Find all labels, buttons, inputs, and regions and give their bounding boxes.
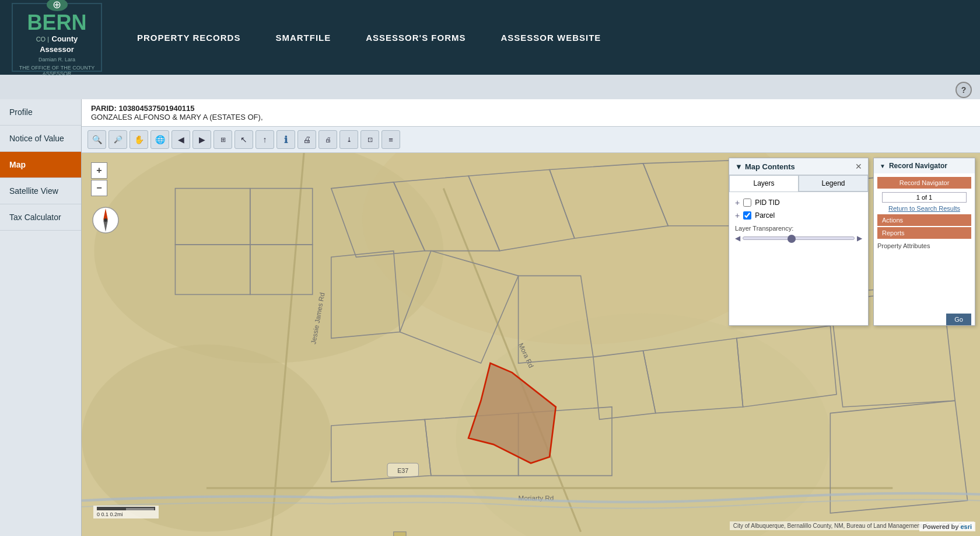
go-button[interactable]: Go bbox=[946, 314, 971, 325]
map-contents-close[interactable]: ✕ bbox=[855, 162, 862, 171]
parcel-toggle[interactable]: + bbox=[735, 211, 740, 220]
nav-assessors-forms[interactable]: ASSESSOR'S FORMS bbox=[366, 33, 466, 43]
nav-smartfile[interactable]: SMARTFILE bbox=[275, 33, 331, 43]
sidebar-item-profile[interactable]: Profile bbox=[0, 99, 81, 126]
transparency-slider-track[interactable] bbox=[743, 236, 855, 240]
parid-header: PARID: 103804537501940115 GONZALES ALFON… bbox=[82, 99, 980, 127]
tab-legend[interactable]: Legend bbox=[799, 175, 868, 192]
pid-tid-toggle[interactable]: + bbox=[735, 198, 740, 207]
nav-assessor-website[interactable]: ASSESSOR WEBSITE bbox=[501, 33, 601, 43]
map-contents-title: Map Contents bbox=[745, 162, 795, 171]
compass bbox=[91, 206, 120, 235]
esri-logo: Powered by esri bbox=[919, 522, 975, 531]
main-content: Profile Notice of Value Map Satellite Vi… bbox=[0, 99, 980, 536]
layer-tabs: Layers Legend bbox=[729, 175, 868, 192]
parid-number: PARID: 103804537501940115 bbox=[91, 104, 971, 113]
transparency-label: Layer Transparency: bbox=[735, 225, 793, 232]
tab-layers[interactable]: Layers bbox=[729, 175, 799, 192]
map-panels: ▼ Map Contents ✕ Layers Legend + bbox=[729, 158, 975, 326]
transparency-row: Layer Transparency: bbox=[735, 225, 862, 232]
layer-row-parcel: + Parcel bbox=[735, 211, 862, 220]
transparency-slider-row: ◀ ▶ bbox=[735, 234, 862, 242]
svg-point-41 bbox=[104, 218, 107, 222]
logo-co-text: CO | bbox=[36, 36, 49, 43]
svg-text:E37: E37 bbox=[397, 467, 408, 474]
tool-extent[interactable]: ⊞ bbox=[214, 130, 232, 149]
zoom-controls: + − bbox=[91, 162, 107, 196]
record-nav-body: Record Navigator Return to Search Result… bbox=[874, 173, 975, 282]
layer-row-pid-tid: + PID TID bbox=[735, 198, 862, 207]
logo-circle: ⊕ bbox=[47, 0, 68, 11]
record-navigator-button[interactable]: Record Navigator bbox=[877, 177, 971, 189]
sidebar-item-notice-of-value[interactable]: Notice of Value bbox=[0, 126, 81, 152]
tool-window[interactable]: ⊡ bbox=[360, 130, 379, 149]
tool-print1[interactable]: 🖨 bbox=[298, 130, 316, 149]
svg-point-3 bbox=[82, 344, 331, 532]
sub-header bbox=[0, 75, 980, 99]
transparency-slider-thumb[interactable] bbox=[788, 235, 796, 243]
header: ⊕ BERN CO | County Assessor Damian R. La… bbox=[0, 0, 980, 75]
parid-owner: GONZALES ALFONSO & MARY A (ESTATES OF), bbox=[91, 113, 971, 121]
logo-title: THE OFFICE OF THE COUNTY ASSESSOR bbox=[13, 65, 101, 76]
tool-forward[interactable]: ▶ bbox=[192, 130, 211, 149]
map-contents-header: ▼ Map Contents ✕ bbox=[729, 158, 868, 175]
sidebar: Profile Notice of Value Map Satellite Vi… bbox=[0, 99, 82, 536]
logo-assessor-text: Assessor bbox=[40, 45, 74, 54]
help-button[interactable]: ? bbox=[956, 82, 972, 98]
tool-zoom-out[interactable]: 🔎 bbox=[108, 130, 127, 149]
zoom-out-button[interactable]: − bbox=[91, 180, 107, 196]
collapse-icon: ▼ bbox=[735, 162, 743, 171]
record-nav-header: ▼ Record Navigator bbox=[874, 158, 975, 173]
logo-person: Damian R. Lara bbox=[38, 57, 75, 62]
slider-right-arrow[interactable]: ▶ bbox=[857, 234, 862, 242]
tool-export[interactable]: ⤓ bbox=[340, 130, 358, 149]
logo: ⊕ BERN CO | County Assessor Damian R. La… bbox=[12, 3, 102, 72]
map-view[interactable]: Jessie James Rd Mora Rd Moriarty Rd E37 bbox=[82, 153, 980, 536]
record-nav-title: Record Navigator bbox=[889, 162, 947, 170]
tool-identify[interactable]: ↑ bbox=[256, 130, 274, 149]
logo-bern-text: BERN bbox=[27, 11, 86, 34]
record-navigator-panel: ▼ Record Navigator Record Navigator Retu… bbox=[873, 158, 975, 326]
tool-select[interactable]: ↖ bbox=[235, 130, 253, 149]
main-nav: PROPERTY RECORDS SMARTFILE ASSESSOR'S FO… bbox=[137, 33, 601, 43]
tool-back[interactable]: ◀ bbox=[172, 130, 190, 149]
sidebar-item-satellite-view[interactable]: Satellite View bbox=[0, 178, 81, 204]
map-toolbar: 🔍 🔎 ✋ 🌐 ◀ ▶ ⊞ ↖ ↑ ℹ 🖨 🖨 ⤓ ⊡ ≡ bbox=[82, 127, 980, 153]
pid-tid-checkbox[interactable] bbox=[743, 199, 751, 207]
nav-property-records[interactable]: PROPERTY RECORDS bbox=[137, 33, 240, 43]
pid-tid-label: PID TID bbox=[755, 199, 779, 207]
parcel-checkbox[interactable] bbox=[743, 211, 751, 220]
map-container: PARID: 103804537501940115 GONZALES ALFON… bbox=[82, 99, 980, 536]
scale-bar: 0 0.1 0.2mi bbox=[93, 506, 159, 518]
tool-zoom-in[interactable]: 🔍 bbox=[88, 130, 106, 149]
record-nav-collapse[interactable]: ▼ bbox=[880, 163, 886, 169]
property-attributes-label: Property Attributes bbox=[877, 242, 971, 249]
record-nav-input[interactable] bbox=[882, 192, 967, 203]
sidebar-item-tax-calculator[interactable]: Tax Calculator bbox=[0, 204, 81, 231]
tool-layers[interactable]: ≡ bbox=[382, 130, 400, 149]
reports-button[interactable]: Reports bbox=[877, 227, 971, 239]
actions-button[interactable]: Actions bbox=[877, 214, 971, 226]
map-background: Jessie James Rd Mora Rd Moriarty Rd E37 bbox=[82, 153, 980, 536]
tool-info[interactable]: ℹ bbox=[276, 130, 295, 149]
zoom-in-button[interactable]: + bbox=[91, 162, 107, 179]
sidebar-item-map[interactable]: Map bbox=[0, 152, 81, 178]
tool-pan[interactable]: ✋ bbox=[130, 130, 148, 149]
svg-rect-32 bbox=[394, 532, 406, 536]
panel-body: + PID TID + Parcel Layer Transparency: bbox=[729, 192, 868, 248]
tool-print2[interactable]: 🖨 bbox=[318, 130, 337, 149]
logo-county-text: County bbox=[52, 34, 78, 43]
tool-globe[interactable]: 🌐 bbox=[150, 130, 169, 149]
parcel-label: Parcel bbox=[755, 211, 775, 220]
return-to-search-results[interactable]: Return to Search Results bbox=[877, 205, 971, 212]
map-contents-panel: ▼ Map Contents ✕ Layers Legend + bbox=[729, 158, 869, 326]
slider-left-arrow[interactable]: ◀ bbox=[735, 234, 740, 242]
